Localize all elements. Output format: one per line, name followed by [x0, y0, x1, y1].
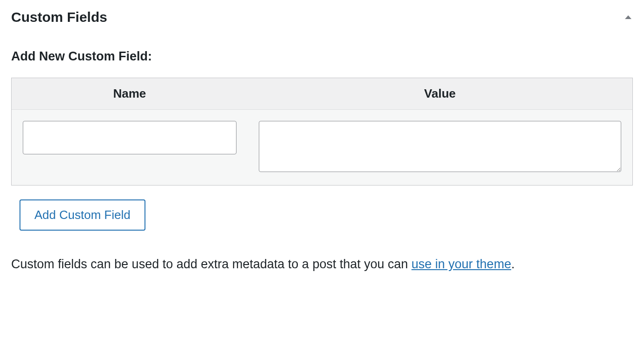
custom-fields-table: Name Value [11, 78, 633, 186]
use-in-theme-link[interactable]: use in your theme [412, 257, 512, 271]
collapse-toggle-icon[interactable] [624, 13, 633, 22]
description-suffix: . [511, 257, 515, 271]
value-cell [248, 110, 632, 185]
description-text: Custom fields can be used to add extra m… [11, 254, 633, 275]
add-new-subheading: Add New Custom Field: [11, 49, 633, 64]
description-prefix: Custom fields can be used to add extra m… [11, 257, 412, 271]
name-cell [12, 110, 248, 185]
column-header-value: Value [248, 78, 632, 110]
name-input[interactable] [23, 121, 237, 154]
table-row [12, 110, 632, 185]
column-header-name: Name [12, 78, 248, 110]
add-custom-field-button[interactable]: Add Custom Field [20, 199, 145, 231]
panel-title: Custom Fields [11, 9, 107, 25]
panel-header: Custom Fields [11, 9, 633, 25]
value-textarea[interactable] [259, 121, 621, 172]
